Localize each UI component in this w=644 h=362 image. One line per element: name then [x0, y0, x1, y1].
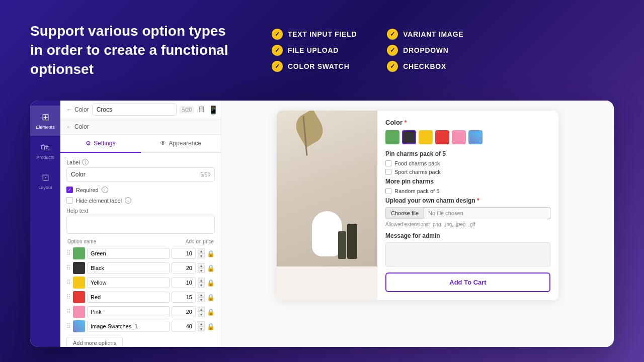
arrow-up-yellow[interactable]: ▲: [198, 278, 205, 283]
drag-handle-yellow[interactable]: ⠿: [66, 279, 71, 286]
swatch-yellow[interactable]: [419, 130, 433, 144]
drag-handle-red[interactable]: ⠿: [66, 294, 71, 301]
option-price-red[interactable]: [172, 292, 196, 303]
sport-charms-checkbox[interactable]: [385, 169, 391, 175]
hide-label-checkbox[interactable]: [66, 197, 73, 204]
arrow-down-red[interactable]: ▼: [198, 297, 205, 302]
tab-settings[interactable]: ⚙ Settings: [60, 135, 141, 153]
product-image-area: [277, 111, 377, 300]
product-card: Color * Pin charms pack of 5 Food charms…: [277, 111, 558, 300]
drag-handle-image[interactable]: ⠿: [66, 323, 71, 330]
option-price-black[interactable]: [172, 262, 196, 274]
product-preview: Color * Pin charms pack of 5 Food charms…: [221, 101, 614, 347]
desktop-icon[interactable]: 🖥: [197, 105, 205, 115]
option-row-pink: ⠿ ▲ ▼ 🔒: [66, 306, 215, 318]
swatch-green[interactable]: [385, 130, 399, 144]
option-price-image[interactable]: [172, 321, 196, 332]
checkbox-food-charms[interactable]: Food charms pack: [385, 160, 550, 166]
check-icon-file-upload: ✓: [272, 45, 283, 56]
option-name-black[interactable]: [87, 262, 170, 274]
arrow-up-green[interactable]: ▲: [198, 248, 205, 253]
hide-label-checkbox-row[interactable]: Hide element label i: [66, 197, 215, 204]
feature-label-variant-image: VARIANT IMAGE: [403, 30, 463, 38]
sidebar-item-layout[interactable]: ⊡ Layout: [30, 166, 60, 196]
feature-label-file-upload: FILE UPLOAD: [288, 46, 339, 54]
check-icon-variant-image: ✓: [387, 29, 398, 40]
back-arrow-icon: ←: [66, 106, 72, 113]
lock-icon-black[interactable]: 🔒: [207, 264, 215, 272]
device-icons: 🖥 📱: [197, 105, 218, 115]
panel-header: ← Color: [60, 119, 221, 135]
hide-label-text: Hide element label: [76, 198, 122, 204]
swatch-pink[interactable]: [452, 130, 466, 144]
option-name-green[interactable]: [87, 248, 170, 259]
feature-label-text-input: TEXT INPUT FIELD: [288, 30, 357, 38]
drag-handle-green[interactable]: ⠿: [66, 250, 71, 257]
option-price-pink[interactable]: [172, 306, 196, 317]
option-row-yellow: ⠿ ▲ ▼ 🔒: [66, 277, 215, 289]
product-name-input[interactable]: [92, 104, 177, 116]
option-thumb-yellow: [73, 277, 85, 289]
random-pack-checkbox[interactable]: [385, 188, 391, 194]
arrow-down-green[interactable]: ▼: [198, 253, 205, 258]
panel-back-icon: ←: [66, 123, 72, 130]
product-counter: 5/20: [180, 106, 194, 114]
help-text-input[interactable]: [66, 216, 215, 234]
mobile-icon[interactable]: 📱: [208, 105, 218, 115]
option-name-yellow[interactable]: [87, 277, 170, 288]
sidebar-item-elements[interactable]: ⊞ Elements: [30, 106, 60, 136]
tab-appearance[interactable]: 👁 Appearence: [141, 135, 221, 152]
upload-required-star: *: [477, 197, 479, 204]
banner-features: ✓ TEXT INPUT FIELD ✓ VARIANT IMAGE ✓ FIL…: [272, 29, 472, 72]
add-to-cart-button[interactable]: Add To Cart: [385, 273, 550, 292]
swatch-image[interactable]: [468, 130, 482, 144]
required-info-icon[interactable]: i: [102, 187, 108, 193]
message-label: Message for admin: [385, 232, 550, 239]
back-button[interactable]: ← Color: [66, 106, 89, 113]
message-input-area[interactable]: [385, 242, 550, 266]
lock-icon-image[interactable]: 🔒: [207, 323, 215, 330]
option-price-yellow[interactable]: [172, 277, 196, 288]
elements-icon: ⊞: [42, 112, 49, 123]
required-checkbox[interactable]: ✓: [66, 187, 73, 193]
hide-label-info-icon[interactable]: i: [125, 197, 131, 204]
label-input-row: Color 5/50: [66, 167, 215, 182]
arrow-up-pink[interactable]: ▲: [198, 307, 205, 312]
food-charms-label: Food charms pack: [394, 160, 440, 166]
checkbox-random-pack[interactable]: Random pack of 5: [385, 188, 550, 194]
option-name-pink[interactable]: [87, 306, 170, 317]
option-row-black: ⠿ ▲ ▼ 🔒: [66, 262, 215, 274]
lock-icon-green[interactable]: 🔒: [207, 250, 215, 257]
check-icon-text-input: ✓: [272, 29, 283, 40]
option-name-red[interactable]: [87, 292, 170, 303]
arrow-up-image[interactable]: ▲: [198, 321, 205, 326]
arrow-down-black[interactable]: ▼: [198, 268, 205, 273]
choose-file-button[interactable]: Choose file: [385, 207, 424, 219]
bottle-2-decor: [338, 231, 346, 259]
checkbox-sport-charms[interactable]: Sport charms pack: [385, 169, 550, 175]
required-checkbox-row[interactable]: ✓ Required i: [66, 187, 215, 193]
option-name-col-header: Option name: [67, 239, 96, 244]
option-price-green[interactable]: [172, 248, 196, 259]
arrow-down-image[interactable]: ▼: [198, 326, 205, 331]
food-charms-checkbox[interactable]: [385, 160, 391, 166]
option-name-image[interactable]: [87, 321, 170, 332]
arrow-down-yellow[interactable]: ▼: [198, 283, 205, 288]
swatch-red[interactable]: [435, 130, 449, 144]
lock-icon-pink[interactable]: 🔒: [207, 308, 215, 316]
drag-handle-black[interactable]: ⠿: [66, 264, 71, 272]
add-more-options-button[interactable]: Add more options: [66, 337, 123, 347]
option-thumb-image: [73, 320, 85, 332]
swatch-black[interactable]: [402, 130, 416, 144]
drag-handle-pink[interactable]: ⠿: [66, 308, 71, 315]
option-thumb-red: [73, 291, 85, 303]
arrow-up-red[interactable]: ▲: [198, 292, 205, 297]
pin-charms-title: Pin charms pack of 5: [385, 150, 550, 157]
arrow-up-black[interactable]: ▲: [198, 263, 205, 268]
label-info-icon[interactable]: i: [82, 159, 89, 165]
arrow-down-pink[interactable]: ▼: [198, 312, 205, 317]
sidebar-item-products[interactable]: 🛍 Products: [30, 136, 60, 166]
lock-icon-red[interactable]: 🔒: [207, 294, 215, 301]
vase-decor: [312, 211, 342, 256]
lock-icon-yellow[interactable]: 🔒: [207, 279, 215, 287]
